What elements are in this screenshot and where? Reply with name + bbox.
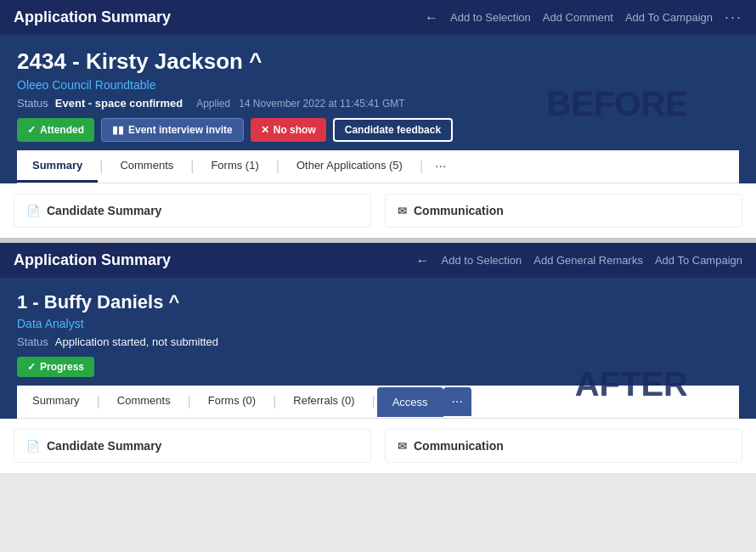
- after-header: Application Summary ← Add to Selection A…: [0, 243, 756, 278]
- before-divider-2: |: [189, 159, 195, 174]
- before-status-row: Status Event - space confirmed Applied 1…: [17, 97, 739, 110]
- after-communication-cell: Communication: [385, 429, 742, 463]
- after-btn-progress[interactable]: ✓ Progress: [17, 357, 94, 377]
- after-divider-4: |: [370, 394, 377, 409]
- before-divider-3: |: [274, 159, 281, 174]
- after-add-to-selection[interactable]: Add to Selection: [442, 254, 522, 267]
- before-candidate-summary-label: Candidate Summary: [47, 204, 161, 217]
- x-icon: ✕: [261, 124, 269, 136]
- before-candidate-name: 2434 - Kirsty Jackson ^: [17, 48, 739, 75]
- before-header-actions: ← Add to Selection Add Comment Add To Ca…: [425, 8, 742, 26]
- after-candidate-summary-cell: Candidate Summary: [14, 429, 371, 463]
- after-tab-comments[interactable]: Comments: [102, 386, 186, 418]
- before-tabs-bar: Summary | Comments | Forms (1) | Other A…: [17, 150, 739, 183]
- before-btn-no-show[interactable]: ✕ No show: [251, 118, 326, 142]
- after-btn-progress-label: Progress: [40, 361, 84, 373]
- mail-icon: [398, 203, 407, 218]
- mail-icon-after: [398, 438, 407, 453]
- after-back-arrow[interactable]: ←: [416, 253, 430, 268]
- before-tab-forms[interactable]: Forms (1): [195, 150, 274, 183]
- before-tab-summary[interactable]: Summary: [17, 150, 98, 183]
- before-btn-candidate-feedback[interactable]: Candidate feedback: [333, 118, 453, 142]
- after-candidate-subtitle: Data Analyst: [17, 317, 739, 330]
- before-body: 2434 - Kirsty Jackson ^ Oleeo Council Ro…: [0, 35, 756, 183]
- after-status-label: Status: [17, 335, 48, 348]
- after-panel: Application Summary ← Add to Selection A…: [0, 243, 756, 473]
- after-add-to-campaign[interactable]: Add To Campaign: [655, 254, 742, 267]
- before-status-value: Event - space confirmed: [55, 97, 183, 110]
- after-candidate-name: 1 - Buffy Daniels ^: [17, 291, 739, 313]
- before-candidate-subtitle: Oleeo Council Roundtable: [17, 78, 739, 92]
- before-status-label: Status: [17, 97, 48, 110]
- before-content-row: Candidate Summary Communication: [0, 183, 756, 238]
- doc-icon: [26, 203, 40, 218]
- before-tab-other-applications[interactable]: Other Applications (5): [281, 150, 418, 183]
- before-applied-label: Applied: [196, 98, 230, 110]
- before-applied-value: 14 November 2022 at 11:45:41 GMT: [239, 98, 404, 110]
- after-tab-summary[interactable]: Summary: [17, 386, 95, 418]
- before-tab-comments[interactable]: Comments: [104, 150, 189, 183]
- video-icon: ▮▮: [112, 124, 124, 136]
- after-divider-3: |: [271, 394, 278, 409]
- after-status-row: Status Application started, not submitte…: [17, 335, 739, 348]
- after-communication-label: Communication: [414, 439, 504, 453]
- after-tab-forms[interactable]: Forms (0): [193, 386, 271, 418]
- after-title: Application Summary: [14, 251, 171, 269]
- after-tab-referrals[interactable]: Referrals (0): [278, 386, 370, 418]
- before-header: Application Summary ← Add to Selection A…: [0, 0, 756, 35]
- after-btn-row: ✓ Progress: [17, 357, 739, 377]
- before-btn-attended-label: Attended: [40, 124, 84, 136]
- before-btn-feedback-label: Candidate feedback: [345, 124, 441, 136]
- after-tab-access[interactable]: Access: [377, 387, 443, 417]
- after-divider-1: |: [95, 394, 102, 409]
- before-add-to-selection[interactable]: Add to Selection: [450, 11, 531, 24]
- before-btn-no-show-label: No show: [274, 124, 316, 136]
- before-candidate-summary-cell: Candidate Summary: [14, 194, 371, 228]
- before-add-to-campaign[interactable]: Add To Campaign: [625, 11, 713, 24]
- before-communication-cell: Communication: [385, 194, 742, 228]
- before-btn-event-interview[interactable]: ▮▮ Event interview invite: [101, 118, 244, 142]
- after-candidate-summary-label: Candidate Summary: [47, 439, 161, 453]
- before-tab-more[interactable]: ···: [425, 150, 456, 183]
- before-btn-attended[interactable]: ✓ Attended: [17, 118, 94, 142]
- after-add-general-remarks[interactable]: Add General Remarks: [533, 254, 643, 267]
- before-divider-4: |: [418, 159, 425, 174]
- before-add-comment[interactable]: Add Comment: [543, 11, 613, 24]
- before-title: Application Summary: [14, 8, 171, 26]
- after-divider-2: |: [186, 394, 193, 409]
- after-tabs-bar: Summary | Comments | Forms (0) | Referra…: [17, 386, 739, 419]
- panels-container: Application Summary ← Add to Selection A…: [0, 0, 756, 473]
- after-header-actions: ← Add to Selection Add General Remarks A…: [416, 253, 742, 268]
- before-applied-info: Applied 14 November 2022 at 11:45:41 GMT: [196, 98, 405, 110]
- check-icon-after: ✓: [27, 361, 36, 373]
- before-back-arrow[interactable]: ←: [425, 10, 438, 25]
- before-divider-1: |: [98, 159, 104, 174]
- after-body: 1 - Buffy Daniels ^ Data Analyst Status …: [0, 278, 756, 419]
- before-more-options[interactable]: ···: [725, 8, 742, 26]
- after-status-value: Application started, not submitted: [55, 335, 218, 348]
- doc-icon-after: [26, 438, 40, 453]
- check-icon: ✓: [27, 124, 36, 136]
- before-btn-event-label: Event interview invite: [128, 124, 233, 136]
- before-btn-row: ✓ Attended ▮▮ Event interview invite ✕ N…: [17, 118, 739, 142]
- after-content-row: Candidate Summary Communication: [0, 419, 756, 473]
- before-communication-label: Communication: [414, 204, 504, 217]
- before-panel: Application Summary ← Add to Selection A…: [0, 0, 756, 238]
- after-tab-more[interactable]: ···: [443, 387, 471, 416]
